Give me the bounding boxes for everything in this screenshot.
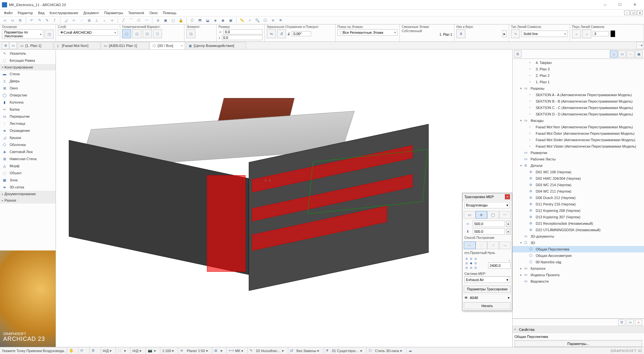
mep-routing-palette[interactable]: Трассировка MEP× Воздуховоды▾ ▭ ⊕ ◯ 〰 ⬄▸… [462,193,512,311]
menu-file[interactable]: Файл [1,10,15,15]
new-icon[interactable]: ▱ [1,17,8,23]
guide-icon[interactable]: ◿ [62,17,69,23]
cloud-sb-icon[interactable]: ☁ [408,349,414,353]
mep-shape-rect-button[interactable]: ▭ [464,211,476,219]
tab-close-icon[interactable]: × [181,44,183,48]
pen-input[interactable] [593,31,609,36]
nav-node[interactable]: ▫1. Plan 1 [513,79,644,85]
inject-icon[interactable]: ⤴ [51,17,58,23]
mdi-min-button[interactable]: ─ [624,11,630,15]
group-misc[interactable]: Разное [0,197,56,204]
camera-sb-icon[interactable]: 📷 [148,349,153,353]
nav-node[interactable]: ▭Ведомости [513,278,644,285]
nav-node[interactable]: ▫2. Plan 2 [513,72,644,79]
pen-color-swatch[interactable] [611,31,615,37]
cog-icon[interactable]: ⚙ [92,349,97,353]
cam-icon[interactable]: ▣ [227,17,234,23]
tab-fasad[interactable]: ▯[Fasad Mot Norr] [54,42,101,49]
layer-icon[interactable]: ≋ [269,17,276,23]
ruler-icon[interactable]: ⟋ [78,17,85,23]
story-link-icon[interactable]: ⬍ [456,29,465,38]
menu-window[interactable]: Окно [147,10,160,15]
nav-node[interactable]: ▫Fasad Mot Öster (Автоматически Перестра… [513,130,644,137]
suspend-icon[interactable]: ⊘ [154,17,161,23]
3d-viewport[interactable]: x y [56,50,440,347]
nav-node[interactable]: ⬡00 Namnlös väg [513,259,644,265]
tool-лестница[interactable]: ⦙Лестница [0,120,56,127]
nav-node[interactable]: ⊚D03 WC 214 (Чертеж) [513,182,644,188]
navtab-layout-icon[interactable]: ▫ [627,50,634,58]
nav-node[interactable]: ▫Fasad Mot Norr (Автоматически Перестраи… [513,124,644,130]
line-icon[interactable]: ╱ [120,17,127,23]
pen-sb-icon[interactable]: ✎ [250,349,255,353]
nav-node[interactable]: ▫SEKTION A - A (Автоматически Перестраив… [513,92,644,98]
nav-node[interactable]: ⊚D12 Kopiering 208 (Чертеж) [513,207,644,214]
nav-node[interactable]: ▾▭Фасады [513,117,644,124]
nav-node[interactable]: ⊚D13 Kopiering 307 (Чертеж) [513,214,644,220]
ungroup-icon[interactable]: ▢ [170,17,177,23]
dim-sb-icon[interactable]: ⟷ [229,349,234,353]
tool-окно[interactable]: ⊞Окно [0,85,56,92]
nav-node[interactable]: ▾▭Разрезы [513,85,644,92]
status-mk[interactable]: MK [235,349,241,353]
undo-icon[interactable]: ↶ [28,17,35,23]
geo-mode-3-button[interactable]: ◰ [143,29,152,38]
mep-anchor-grid[interactable] [464,256,479,271]
menu-view[interactable]: Вид [35,10,47,15]
nav-node[interactable]: ▭Развертки [513,150,644,156]
linetype-dropdown[interactable]: Solid line [521,31,568,37]
tool-колонна[interactable]: ▮Колонна [0,99,56,106]
layer-dropdown[interactable]: 👁 Слой ARCHICAD [58,29,118,36]
nav-pop-out-icon[interactable]: ⧉ [618,320,625,325]
mirror-h-button[interactable]: ⇋ [267,29,276,38]
nav-node[interactable]: ⬡Общая Аксонометрия [513,252,644,259]
mep-elev-input[interactable] [488,262,511,269]
mep-height-step[interactable]: ▸ [506,228,511,235]
nav-params-button[interactable]: Параметры... [514,340,642,347]
pen-l-icon[interactable]: ⫠ [582,29,591,38]
tool-зона[interactable]: ▦Зона [0,177,56,184]
nav-node[interactable]: ⊚D06 Dusch 212 (Чертеж) [513,195,644,201]
pipette-icon[interactable]: ✎ [43,17,50,23]
tool-объект[interactable]: ⬚Объект [0,169,56,177]
orbit-icon[interactable]: ⟳ [80,349,85,353]
mirror-v-button[interactable]: ⇵ [277,29,286,38]
tab-plan1[interactable]: ▭[1. Plan 1] [17,42,53,49]
mep-params-button[interactable]: Параметры Трассировки [464,286,511,293]
measure-icon[interactable]: 📏 [238,17,246,23]
nav-node[interactable]: ⊚D22 UTLÄMNINGSDISK (Независимый) [513,227,644,233]
mdi-max-button[interactable]: ☐ [631,11,636,15]
geo-mode-2-button[interactable]: ◫ [132,29,141,38]
minimize-button[interactable]: ─ [598,0,613,10]
navtab-project-icon[interactable]: ⌂ [610,50,618,58]
nav-node[interactable]: ▾⊚Детали [513,162,644,169]
mep-system-dropdown[interactable]: Воздуховоды▾ [464,202,510,208]
width-input[interactable] [223,29,263,34]
defaults-dropdown[interactable]: Параметры по Умолчанию [2,29,43,39]
tool-ограждение[interactable]: ⩩Ограждение [0,127,56,134]
tool-pointer[interactable]: ↖Указатель [0,50,56,57]
menu-params[interactable]: Параметры [102,10,126,15]
filter-sb-icon[interactable]: ⧩ [326,349,331,353]
grid-sb-icon[interactable]: ⊞ [214,349,219,353]
tool-отверстие[interactable]: ◯Отверстие [0,92,56,99]
perp-icon[interactable]: ⊥ [93,17,100,23]
nav-node[interactable]: ⬡Общая Перспектива [513,246,644,252]
mep-route-free-button[interactable]: ↝ [499,241,511,249]
tool-перекрытие[interactable]: ▭Перекрытие [0,113,56,120]
persp-icon[interactable]: ◉ [219,17,227,23]
nav-node[interactable]: ⊚D11 Pentry 216 (Чертеж) [513,201,644,207]
menu-document[interactable]: Документ [81,10,102,15]
menu-teamwork[interactable]: Teamwork [126,10,147,15]
navigator-tree[interactable]: ▫4. Takplan▫3. Plan 3▫2. Plan 2▫1. Plan … [513,59,644,318]
elev-icon[interactable]: ⬓ [204,17,211,23]
tool-стена[interactable]: ▬Стена [0,70,56,77]
status-planer[interactable]: Planer 1:50 [187,349,205,353]
nav-node[interactable]: ▭Рабочие Листы [513,156,644,162]
nav-node[interactable]: ▫SEKTION D - D (Автоматически Перестраив… [513,111,644,117]
tab-overflow-icon[interactable]: ⋯▾ [636,42,643,49]
nav-node[interactable]: ▫4. Takplan [513,59,644,66]
3d-icon[interactable]: ⬡ [189,17,196,23]
graphisoft-id[interactable]: GRAPHISOFT ID [611,349,642,353]
nav-node[interactable]: ⊚D21 Receptionsdisk (Независимый) [513,220,644,227]
